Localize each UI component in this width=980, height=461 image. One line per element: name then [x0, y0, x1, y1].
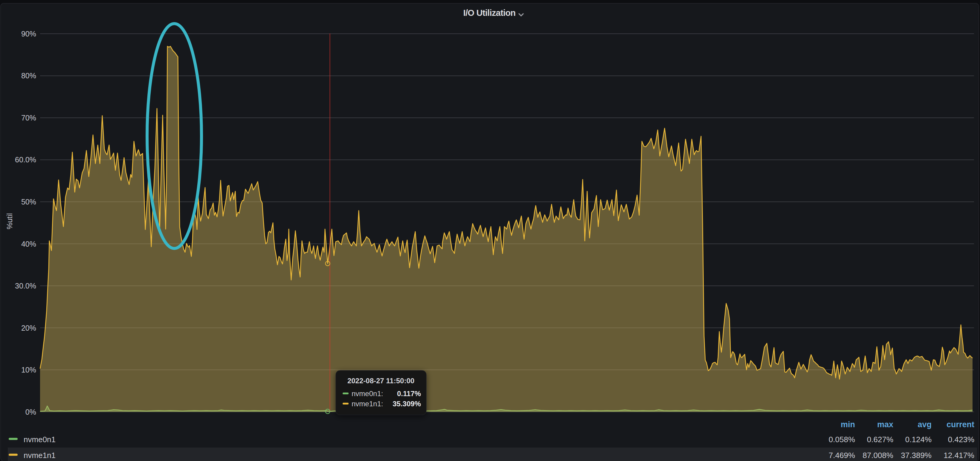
- svg-text:35.309%: 35.309%: [393, 400, 421, 408]
- svg-text:%util: %util: [5, 213, 14, 229]
- svg-text:90%: 90%: [21, 30, 36, 38]
- svg-text:avg: avg: [918, 420, 932, 429]
- svg-text:2022-08-27 11:50:00: 2022-08-27 11:50:00: [347, 377, 414, 385]
- svg-text:current: current: [947, 420, 974, 429]
- svg-text:0.117%: 0.117%: [397, 389, 421, 397]
- svg-text:10%: 10%: [21, 366, 36, 374]
- svg-text:60.0%: 60.0%: [15, 156, 36, 164]
- svg-text:0.627%: 0.627%: [867, 435, 893, 444]
- svg-text:12.417%: 12.417%: [943, 451, 974, 460]
- svg-text:max: max: [877, 420, 893, 429]
- svg-text:0.124%: 0.124%: [905, 435, 932, 444]
- svg-text:7.469%: 7.469%: [829, 451, 855, 460]
- svg-text:nvme1n1:: nvme1n1:: [352, 400, 383, 408]
- svg-text:0.058%: 0.058%: [829, 435, 855, 444]
- svg-text:20%: 20%: [21, 324, 36, 332]
- svg-text:40%: 40%: [21, 240, 36, 248]
- svg-text:87.008%: 87.008%: [862, 451, 893, 460]
- svg-text:0%: 0%: [25, 408, 36, 416]
- svg-text:30.0%: 30.0%: [15, 281, 36, 290]
- svg-text:0.423%: 0.423%: [948, 435, 974, 444]
- svg-text:37.389%: 37.389%: [901, 451, 932, 460]
- svg-text:80%: 80%: [21, 72, 36, 80]
- svg-text:50%: 50%: [21, 198, 36, 206]
- svg-text:70%: 70%: [21, 114, 36, 122]
- svg-text:nvme0n1: nvme0n1: [24, 435, 56, 444]
- svg-text:nvme1n1: nvme1n1: [24, 451, 56, 460]
- svg-text:I/O Utilization: I/O Utilization: [463, 8, 516, 17]
- svg-text:nvme0n1:: nvme0n1:: [352, 389, 383, 397]
- svg-text:min: min: [841, 420, 855, 429]
